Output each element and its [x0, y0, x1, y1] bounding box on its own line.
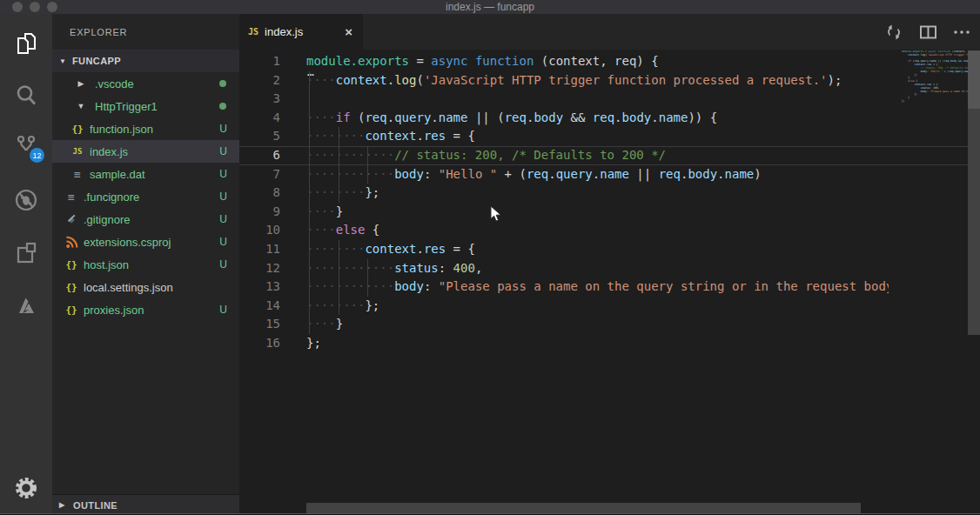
git-icon: ◆	[64, 213, 79, 225]
line-content: ····}	[306, 203, 343, 222]
line-content: ····context.log('JavaScript HTTP trigger…	[902, 54, 968, 57]
file-row-.vscode[interactable]: ▶.vscode	[52, 72, 239, 95]
file-row-host.json[interactable]: {}host.jsonU	[52, 253, 239, 276]
code-token: context	[365, 129, 416, 143]
code-token: (	[416, 73, 423, 87]
code-token: body	[622, 110, 652, 124]
line-number: 14	[239, 297, 280, 316]
code-token: .	[387, 73, 394, 87]
file-label: HttpTrigger1	[95, 100, 158, 113]
split-editor-icon[interactable]	[918, 23, 937, 41]
file-row-local.settings.json[interactable]: {}local.settings.json	[52, 276, 239, 298]
js-icon: JS	[248, 27, 258, 37]
more-actions-icon[interactable]	[952, 23, 971, 41]
file-label: extensions.csproj	[84, 236, 171, 249]
code-token: req	[365, 110, 386, 124]
sync-changes-icon[interactable]	[884, 23, 903, 41]
code-line-12[interactable]: 12············status: 400,	[239, 259, 889, 278]
tab-index-js[interactable]: JS index.js ×	[239, 14, 363, 50]
code-token: &&	[957, 59, 963, 63]
search-activity-icon[interactable]	[14, 83, 38, 107]
settings-activity-icon[interactable]	[14, 476, 38, 500]
explorer-activity-icon[interactable]	[14, 31, 38, 56]
file-tree: ▶.vscode▼HttpTrigger1{}function.jsonUJSi…	[52, 72, 239, 494]
code-editor[interactable]: 1module.exports = async function (contex…	[239, 50, 980, 515]
csproj-icon	[64, 236, 79, 249]
code-line-10[interactable]: 10····else {	[239, 221, 889, 240]
code-token: )) {	[688, 110, 717, 124]
file-label: .funcignore	[84, 191, 139, 204]
file-row-sample.dat[interactable]: ≡sample.datU	[52, 163, 239, 185]
line-content: ············body: "Hello " + (req.query.…	[306, 165, 762, 184]
code-token: }	[908, 96, 910, 99]
json-icon: {}	[64, 259, 79, 271]
file-row-.gitignore[interactable]: ◆.gitignoreU	[52, 208, 239, 231]
code-line-1[interactable]: 1module.exports = async function (contex…	[239, 52, 889, 71]
code-line-3[interactable]: 3	[239, 90, 889, 109]
git-status-badge: U	[219, 145, 227, 157]
tab-bar: JS index.js ×	[239, 14, 980, 50]
code-token: ,	[475, 261, 482, 275]
horizontal-scrollbar-thumb[interactable]	[306, 503, 861, 513]
line-content: module.exports = async function (context…	[306, 52, 659, 71]
git-status-badge: U	[219, 236, 227, 248]
line-number: 16	[239, 334, 280, 353]
file-icon: ≡	[70, 168, 85, 181]
code-line-14[interactable]: 14········};	[239, 297, 889, 316]
folder-twisty-icon: ▼	[76, 102, 86, 110]
file-row-HttpTrigger1[interactable]: ▼HttpTrigger1	[52, 95, 239, 117]
code-line-11[interactable]: 11········context.res = {	[239, 240, 889, 259]
line-content: ········};	[306, 297, 379, 316]
code-line-4[interactable]: 4····if (req.query.name || (req.body && …	[239, 109, 889, 128]
code-line-2: 2····context.log('JavaScript HTTP trigge…	[902, 54, 968, 57]
close-tab-icon[interactable]: ×	[343, 24, 354, 39]
line-number: 1	[239, 52, 280, 71]
code-token: };	[306, 336, 321, 350]
line-content: ············body: "Please pass a name on…	[306, 278, 889, 297]
extensions-activity-icon[interactable]	[14, 241, 38, 265]
code-line-5[interactable]: 5········context.res = {	[239, 127, 889, 146]
source-control-activity-icon[interactable]: 12	[14, 133, 38, 157]
code-token: query	[955, 70, 963, 73]
code-line-8[interactable]: 8········};	[239, 184, 889, 203]
minimize-window-button[interactable]	[30, 2, 40, 12]
close-window-button[interactable]	[12, 2, 23, 12]
minimap[interactable]: 1module.exports = async function (contex…	[902, 50, 968, 106]
debug-activity-icon[interactable]	[14, 188, 38, 212]
code-token: (	[351, 110, 366, 124]
line-content: ····if (req.query.name || (req.body && r…	[306, 109, 717, 128]
file-row-.funcignore[interactable]: ≡.funcignoreU	[52, 185, 239, 208]
outline-section-header[interactable]: ▶ OUTLINE	[52, 494, 239, 515]
file-row-extensions.csproj[interactable]: extensions.csprojU	[52, 231, 239, 253]
outline-label: OUTLINE	[73, 500, 117, 511]
code-area[interactable]: 1module.exports = async function (contex…	[239, 52, 889, 353]
section-header-funcapp[interactable]: ▼ FUNCAPP	[52, 50, 239, 72]
file-icon: ≡	[64, 191, 79, 204]
line-number: 10	[239, 221, 280, 240]
line-content: ············status: 400,	[306, 259, 482, 278]
code-line-7[interactable]: 7············body: "Hello " + (req.query…	[239, 165, 889, 184]
file-row-proxies.json[interactable]: {}proxies.jsonU	[52, 298, 239, 321]
code-token: 400	[453, 261, 475, 275]
azure-activity-icon[interactable]	[14, 294, 38, 318]
code-line-9[interactable]: 9····}	[239, 203, 889, 222]
code-token: name	[439, 110, 468, 124]
code-line-13[interactable]: 13············body: "Please pass a name …	[239, 278, 889, 297]
vertical-scrollbar[interactable]	[968, 50, 980, 515]
vertical-scrollbar-thumb[interactable]	[968, 50, 980, 109]
git-status-badge: U	[219, 258, 227, 271]
activity-bar: 12	[0, 14, 52, 515]
file-row-function.json[interactable]: {}function.jsonU	[52, 117, 239, 140]
code-token: query	[556, 167, 593, 181]
code-line-2[interactable]: 2····context.log('JavaScript HTTP trigge…	[239, 71, 889, 90]
code-line-16[interactable]: 16};	[239, 334, 889, 353]
code-token: "Hello "	[930, 70, 943, 73]
zoom-window-button[interactable]	[47, 2, 57, 12]
line-number: 8	[239, 184, 280, 203]
code-line-15[interactable]: 15····}	[239, 315, 889, 334]
code-token: ····	[306, 73, 336, 87]
code-token: "Hello "	[439, 167, 497, 181]
code-line-6[interactable]: 6············// status: 200, /* Defaults…	[239, 146, 889, 165]
line-number: 5	[239, 127, 280, 146]
file-row-index.js[interactable]: JSindex.jsU	[52, 140, 239, 163]
